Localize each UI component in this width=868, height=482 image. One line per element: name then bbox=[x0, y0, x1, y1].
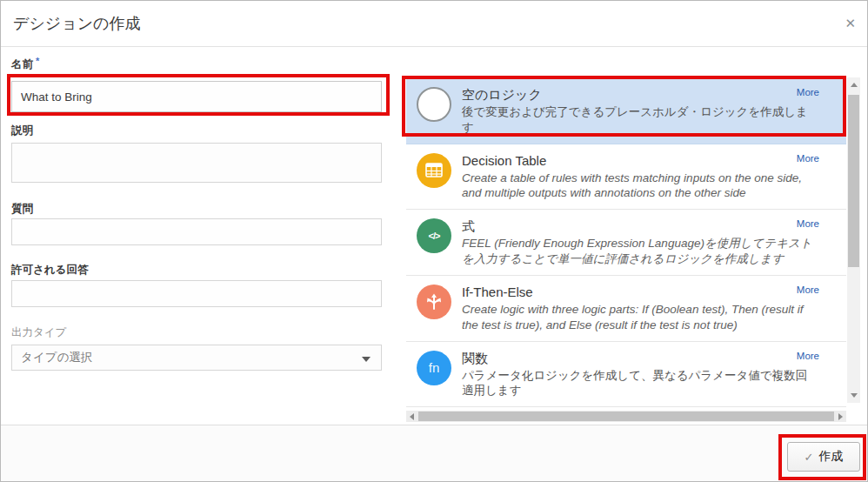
header-divider bbox=[1, 46, 867, 47]
description-label: 説明 bbox=[11, 124, 33, 138]
logic-item-empty-logic[interactable]: More 空のロジック 後で変更および完了できるプレースホルダ・ロジックを作成し… bbox=[406, 78, 846, 144]
logic-item-description: 後で変更および完了できるプレースホルダ・ロジックを作成します bbox=[462, 104, 817, 136]
dialog-title: デシジョンの作成 bbox=[13, 13, 141, 34]
logic-item-description: Create a table of rules with tests match… bbox=[462, 171, 817, 202]
create-decision-dialog: デシジョンの作成 ✕ 名前* 説明 質問 許可される回答 出力タイプ タイプの選… bbox=[0, 0, 868, 482]
logic-item-title: Decision Table bbox=[462, 152, 817, 169]
more-link[interactable]: More bbox=[797, 351, 819, 361]
code-icon: </> bbox=[417, 218, 451, 253]
output-type-label: 出力タイプ bbox=[11, 325, 66, 340]
create-button[interactable]: ✓ 作成 bbox=[787, 442, 860, 472]
dialog-footer bbox=[1, 425, 867, 482]
logic-item-title: 式 bbox=[462, 218, 817, 234]
more-link[interactable]: More bbox=[797, 218, 819, 229]
logic-item-title: If-Then-Else bbox=[462, 284, 817, 300]
logic-item-description: FEEL (Friendly Enough Expression Languag… bbox=[462, 236, 817, 267]
empty-circle-icon bbox=[417, 87, 451, 122]
name-input[interactable] bbox=[11, 81, 382, 112]
logic-item-if-then-else[interactable]: More If-Then-Else Create logic with thre… bbox=[406, 276, 846, 342]
logic-item-title: 関数 bbox=[462, 350, 817, 366]
allowed-answers-label: 許可される回答 bbox=[11, 263, 88, 278]
vertical-scrollbar[interactable] bbox=[847, 77, 860, 403]
output-type-select[interactable]: タイプの選択 bbox=[11, 345, 382, 371]
logic-item-title: 空のロジック bbox=[462, 86, 817, 103]
logic-item-context[interactable]: More コンテキスト bbox=[406, 407, 846, 410]
more-link[interactable]: More bbox=[797, 153, 819, 164]
create-button-label: 作成 bbox=[818, 449, 843, 465]
logic-item-decision-table[interactable]: More Decision Table Create a table of ru… bbox=[406, 144, 846, 211]
description-input[interactable] bbox=[11, 143, 382, 183]
horizontal-scrollbar-thumb[interactable] bbox=[418, 412, 834, 421]
allowed-answers-input[interactable] bbox=[11, 280, 382, 307]
scroll-right-icon[interactable] bbox=[838, 413, 843, 420]
scroll-up-icon[interactable] bbox=[851, 83, 858, 87]
logic-item-description: Create logic with three logic parts: If … bbox=[462, 302, 817, 333]
question-label: 質問 bbox=[11, 202, 33, 217]
logic-type-list: More 空のロジック 後で変更および完了できるプレースホルダ・ロジックを作成し… bbox=[406, 78, 846, 410]
close-icon[interactable]: ✕ bbox=[845, 16, 856, 31]
question-input[interactable] bbox=[11, 218, 382, 245]
horizontal-scrollbar[interactable] bbox=[406, 411, 846, 422]
logic-item-function[interactable]: fn More 関数 パラメータ化ロジックを作成して、異なるパラメータ値で複数回… bbox=[406, 342, 846, 408]
more-link[interactable]: More bbox=[797, 285, 819, 295]
scroll-down-icon[interactable] bbox=[851, 393, 858, 398]
table-icon bbox=[417, 153, 451, 188]
fn-icon: fn bbox=[417, 351, 451, 385]
more-link[interactable]: More bbox=[797, 87, 819, 97]
required-asterisk: * bbox=[36, 56, 39, 66]
name-label: 名前* bbox=[11, 56, 39, 72]
output-type-selected-value: タイプの選択 bbox=[21, 351, 92, 364]
checkmark-icon: ✓ bbox=[805, 451, 814, 464]
logic-item-expression[interactable]: </> More 式 FEEL (Friendly Enough Express… bbox=[406, 210, 846, 276]
branch-icon bbox=[417, 285, 451, 319]
scroll-left-icon[interactable] bbox=[410, 413, 414, 420]
chevron-down-icon bbox=[362, 357, 371, 362]
logic-item-description: パラメータ化ロジックを作成して、異なるパラメータ値で複数回適用します bbox=[462, 368, 817, 399]
vertical-scrollbar-thumb[interactable] bbox=[848, 95, 859, 267]
